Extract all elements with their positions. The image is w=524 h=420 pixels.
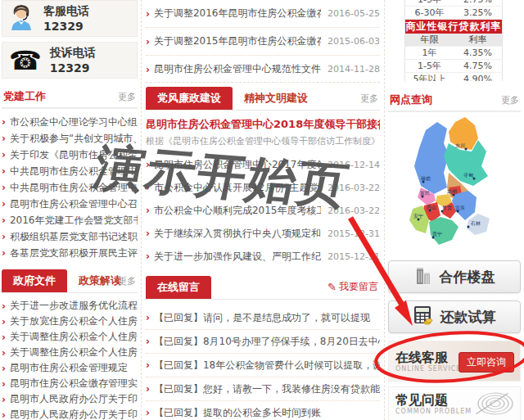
list-arrow-icon: › [146,228,150,239]
party-more-link[interactable]: 更多 [118,91,136,103]
party-list-item[interactable]: ›各基层党支部积极开展民主评议... [2,245,138,261]
docs-list-item[interactable]: ›关于调整住房公积金个人住房贷... [2,345,138,360]
leave-message-link[interactable]: ✎ 我要留言 [328,280,378,294]
item-date: 2016-03-22 [328,183,380,193]
telephone-icon: ☎ [9,47,42,74]
list-arrow-icon: › [2,409,6,420]
discipline-more-link[interactable]: 更多 [360,93,378,105]
list-arrow-icon: › [2,182,6,193]
message-list-item[interactable]: ›【已回复】提取的公积金多长时间到账 [146,401,380,420]
docs-list-item[interactable]: ›昆明市住房公积金缴存管理实施... [2,376,138,391]
column-divider [141,0,142,420]
consult-now-button[interactable]: 立即咨询 [458,352,514,373]
list-arrow-icon: › [146,182,150,193]
list-arrow-icon: › [2,215,6,226]
complaint-phone-label: 投诉电话 [50,45,96,61]
complaint-phone-number: 12329 [50,61,96,76]
party-list-item[interactable]: ›中共昆明市住房公积金管理中心... [2,179,138,196]
rate-row: 1-5年2.75% [405,0,502,7]
party-list-item[interactable]: ›2016年党建工作会暨党支部书记... [2,212,138,228]
map-label: 东川 [455,142,465,150]
notice-list-item[interactable]: ›昆明市住房公积金管理中心规范性文件目录2014-11-28 [146,56,380,83]
party-discipline-section: 党风廉政建设 精神文明建设 更多 昆明市住房公积金管理中心2018年度领导干部接… [146,88,380,268]
docs-list-item[interactable]: ›关于放宽住房公积金个人住房贷... [2,314,138,329]
list-arrow-icon: › [2,300,6,312]
map-label: 呈贡 [442,205,452,212]
commercial-rate-header: 商业性银行贷款利率 [405,20,502,34]
discipline-list-item[interactable]: ›市公积金中心顺利完成2015年度考核工作...2016-03-22 [146,199,380,222]
party-list-item[interactable]: ›市公积金中心理论学习中心组召... [2,114,138,130]
docs-list-item[interactable]: ›昆明市住房公积金管理规定 [2,360,138,376]
complaint-phone-card: ☎ 投诉电话 12329 [2,42,138,79]
map-label: 西山 [427,204,436,211]
discipline-list-item[interactable]: ›市公积金中心认真开展12月份“主题党日”工作...2016-03-22 [146,176,380,199]
tab-online-messages[interactable]: 在线留言 [146,276,211,299]
list-arrow-icon: › [146,407,150,418]
featured-article-title[interactable]: 昆明市住房公积金管理中心2018年度领导干部接待日公示 [146,117,380,132]
list-arrow-icon: › [2,165,6,177]
party-list-item[interactable]: ›中共昆明市住房公积金管理中心... [2,163,138,179]
list-arrow-icon: › [2,316,6,327]
map-label: 嵩明 [447,188,457,196]
map-label: 禄劝 [421,175,431,183]
tab-government-docs[interactable]: 政府文件 [2,269,67,292]
notice-list-item[interactable]: ›关于调整2016年昆明市住房公积金缴存工资基...2016-05-25 [146,0,380,28]
message-list-item[interactable]: ›【已回复】请问，是不是结息成功了，就可以提现 [146,306,380,330]
party-list-item[interactable]: ›昆明市住房公积金管理中心召开... [2,196,138,212]
party-section-title: 党建工作 [3,89,46,104]
party-list-item[interactable]: ›积极组织基层党支部书记述职工作 [2,228,138,245]
featured-article-excerpt: 根据《昆明市住房公积金管理中心领导干部信访工作制度》（昆公积... [146,135,380,147]
docs-list-item[interactable]: ›昆明市人民政府办公厅关于印发... [2,407,138,420]
rate-row: 1年4.35% [405,47,502,60]
building-icon [414,264,432,289]
list-arrow-icon: › [2,149,6,160]
list-arrow-icon: › [2,133,6,144]
message-list-item[interactable]: ›【已回复】8月10号办理了停保手续，8月20日去中心提取时告知... [146,330,380,354]
list-arrow-icon: › [146,383,150,395]
branch-more-link[interactable]: 更多 [501,94,519,106]
notice-list-item[interactable]: ›关于调整2015年昆明市住房公积金缴存工资基...2015-06-03 [146,28,380,56]
online-service-card[interactable]: 在线客服 ONLINE SERVICE 立即咨询 [388,341,521,382]
list-arrow-icon: › [146,205,150,216]
list-arrow-icon: › [2,231,6,242]
kunming-district-map[interactable]: 东川 寻甸 禄劝 富民 嵩明 西山 呈贡 宜良 安宁 石林 晋宁 [401,115,524,253]
calculator-icon [413,305,433,328]
map-label: 宜良 [455,205,465,212]
map-label: 富民 [420,190,430,197]
online-service-title: 在线客服 [395,350,461,365]
party-list-item[interactable]: ›关于印发《昆明市住房公积金管... [2,147,138,163]
docs-list-item[interactable]: ›关于进一步改进服务优化流程加... [2,298,138,314]
party-list-item[interactable]: ›关于积极参与“共创文明城市、... [2,130,138,147]
item-date: 2016-05-25 [328,8,380,19]
list-arrow-icon: › [2,378,6,390]
pencil-icon: ✎ [328,281,337,293]
docs-more-link[interactable]: 更多 [118,275,136,287]
rate-row: 6-30年3.25% [405,7,502,20]
discipline-list-item[interactable]: ›关于继续深入贯彻执行中央八项规定和加强作风...2015-12-31 [146,222,380,245]
homepage: 客服电话 12329 ☎ 投诉电话 12329 党建工作 更多 ›市公积金中心理… [0,0,524,420]
discipline-list-item[interactable]: ›昆明市住房公积金管理中心2017年度领导干部...2016-12-14 [146,153,380,176]
service-phone-label: 客服电话 [43,3,89,19]
cooperative-buildings-button[interactable]: 合作楼盘 [388,260,521,293]
map-label: 安宁 [413,213,423,220]
notice-list-section: ›关于调整2016年昆明市住房公积金缴存工资基...2016-05-25 ›关于… [146,0,380,83]
item-date: 2016-12-14 [328,160,380,170]
government-docs-section: 政府文件 政策解读 更多 ›关于进一步改进服务优化流程加... ›关于放宽住房公… [2,271,138,420]
swirl-decoration-icon [463,386,520,420]
docs-list-item[interactable]: ›昆明市人民政府办公厅关于印发... [2,391,138,407]
message-list-item[interactable]: ›【已回复】18年公积金物管费什么时候可以提取，谢谢 [146,354,380,377]
rate-row: 5年以上4.90% [405,73,502,81]
repayment-calculator-button[interactable]: 还款试算 [388,300,521,333]
tab-spiritual-civilization[interactable]: 精神文明建设 [233,87,319,110]
branch-lookup-title: 网点查询 [390,93,432,107]
tab-party-discipline[interactable]: 党风廉政建设 [146,87,233,110]
list-arrow-icon: › [2,347,6,359]
service-phone-number: 12329 [43,19,89,34]
list-arrow-icon: › [146,159,150,170]
party-building-section: 党建工作 更多 ›市公积金中心理论学习中心组召... ›关于积极参与“共创文明城… [2,86,138,261]
docs-list-item[interactable]: ›关于调整住房公积金个人住房贷... [2,329,138,345]
message-list-item[interactable]: ›【已回复】您好，请教一下，我装修住房没有贷款能否提取公积... [146,377,380,401]
discipline-list-item[interactable]: ›关于进一步加强作风建设、严明工作纪律的通知2015-12-31 [146,245,380,268]
loan-rate-table: 1-5年2.75% 6-30年3.25% 商业性银行贷款利率 年限利率 1年4.… [388,0,521,81]
common-problems-card[interactable]: 常见问题 COMMON PROBLEM [388,386,521,420]
